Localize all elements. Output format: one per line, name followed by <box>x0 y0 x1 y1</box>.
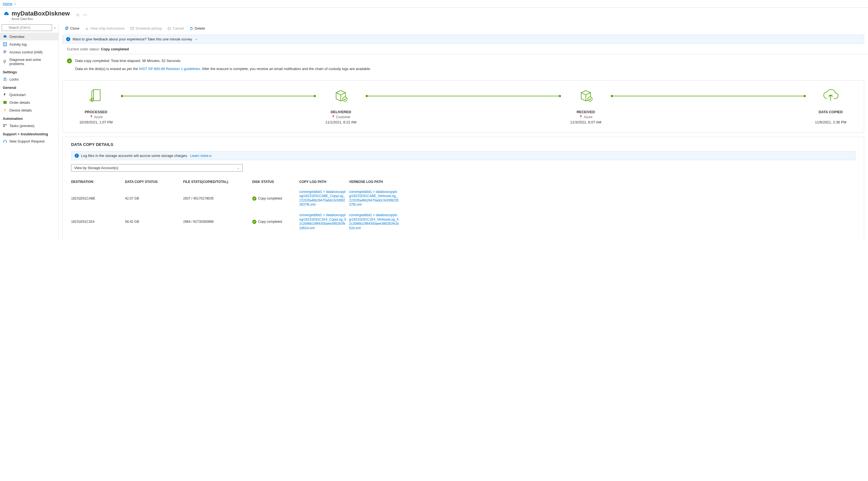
check-circle-icon <box>252 220 256 224</box>
page-title: myDataBoxDisknew <box>11 10 70 17</box>
sidebar-item-label: New Support Request <box>9 139 44 143</box>
sidebar-item-label: Quickstart <box>9 93 26 97</box>
svg-rect-13 <box>3 142 4 143</box>
tasks-icon <box>3 123 7 128</box>
view-by-select[interactable]: View by Storage Account(s) ⌄ <box>71 164 243 172</box>
details-title: DATA COPY DETAILS <box>71 142 856 147</box>
svg-rect-12 <box>3 126 5 127</box>
feedback-banner[interactable]: i Want to give feedback about your exper… <box>63 35 864 44</box>
svg-rect-10 <box>3 124 5 125</box>
banner-text: Want to give feedback about your experie… <box>72 37 192 41</box>
check-circle-icon <box>252 197 256 201</box>
sidebar-item-overview[interactable]: Overview <box>0 33 58 40</box>
button-label: Schedule pickup <box>135 26 162 30</box>
step-date: 11/1/2021, 6:22 AM <box>316 120 366 124</box>
sidebar-item-diagnose[interactable]: Diagnose and solve problems <box>0 56 58 67</box>
svg-rect-9 <box>5 110 5 112</box>
sidebar-item-tasks[interactable]: Tasks (preview) <box>0 122 58 129</box>
svg-point-4 <box>4 51 5 52</box>
svg-point-27 <box>343 97 347 101</box>
favorite-button[interactable]: ☆ <box>75 11 80 18</box>
data-copy-details: DATA COPY DETAILS i Log files in the sto… <box>63 137 864 239</box>
cell-destination: 18231E91CABE <box>71 197 125 200</box>
databox-icon <box>3 34 7 39</box>
people-icon <box>3 50 7 54</box>
status-value: Copy completed <box>101 47 129 51</box>
disk-status-text: Copy completed <box>258 197 282 200</box>
col-header-copylog: COPY LOG PATH <box>299 180 349 184</box>
step-title: RECEIVED <box>561 110 611 114</box>
col-header-status: DATA COPY STATUS <box>125 180 183 184</box>
col-header-destination: DESTINATION <box>71 180 125 184</box>
button-label: Delete <box>195 26 205 30</box>
sidebar-item-label: Tasks (preview) <box>9 124 34 128</box>
step-title: DATA COPIED <box>806 110 856 114</box>
button-label: Clone <box>70 26 80 30</box>
toolbar: Clone View ship instructions Schedule pi… <box>59 23 868 33</box>
timeline-step-delivered: DELIVERED 📍Customer 11/1/2021, 6:22 AM <box>316 87 366 124</box>
sidebar-heading-automation: Automation <box>0 114 58 122</box>
sidebar-heading-general: General <box>0 83 58 91</box>
order-status: Current order status: Copy completed <box>59 44 868 54</box>
pin-icon: 📍 <box>89 115 93 119</box>
svg-point-26 <box>90 99 92 101</box>
pin-icon: 📍 <box>331 115 335 119</box>
lock-icon <box>3 77 7 81</box>
svg-rect-14 <box>6 142 7 143</box>
activity-log-icon <box>3 42 7 47</box>
support-icon <box>3 139 7 143</box>
cancel-button: Cancel <box>165 25 186 32</box>
chevron-right-icon: › <box>14 2 16 6</box>
collapse-sidebar-button[interactable]: « <box>53 26 57 29</box>
svg-point-5 <box>5 51 6 52</box>
copy-log-link[interactable]: convergeddbd1 > databoxcopylog/18231E91C… <box>299 213 346 230</box>
cell-copystatus: 58.42 GB <box>125 220 183 223</box>
verbose-log-link[interactable]: convergeddbd1 > databoxcopylog/18231E91C… <box>349 213 399 230</box>
step-title: DELIVERED <box>316 110 366 114</box>
device-icon <box>3 108 7 112</box>
sidebar-item-devicedetails[interactable]: Device details <box>0 106 58 114</box>
status-label: Current order status: <box>67 47 101 51</box>
timeline-step-processed: PROCESSED 📍Azure 10/26/2021, 1:07 PM <box>71 87 121 124</box>
col-header-diskstatus: DISK STATUS <box>252 180 299 184</box>
sidebar-item-quickstart[interactable]: Quickstart <box>0 91 58 98</box>
sidebar-item-label: Device details <box>9 108 32 112</box>
clone-button[interactable]: Clone <box>63 25 82 32</box>
page-header: myDataBoxDisknew Azure Data Box ☆ ⋯ <box>0 8 868 23</box>
verbose-log-link[interactable]: convergeddbd1 > databoxcopylog/18231E91C… <box>349 190 399 207</box>
svg-rect-6 <box>4 79 6 81</box>
cloud-upload-icon <box>806 87 856 104</box>
info-icon: i <box>66 37 70 41</box>
order-icon <box>3 100 7 104</box>
sidebar-item-orderdetails[interactable]: Order details <box>0 98 58 106</box>
sidebar-item-iam[interactable]: Access control (IAM) <box>0 48 58 56</box>
pin-icon: 📍 <box>579 115 583 119</box>
sidebar-item-newsupport[interactable]: New Support Request <box>0 137 58 145</box>
cell-filestats: 2864 / 62730300988 <box>183 220 252 223</box>
learn-more-link[interactable]: Learn more⧉ <box>190 154 211 158</box>
arrow-right-icon: → <box>194 37 198 41</box>
view-ship-button: View ship instructions <box>83 25 127 32</box>
cell-copystatus: 42.07 GB <box>125 197 183 200</box>
cell-diskstatus: Copy completed <box>252 219 299 224</box>
select-value: View by Storage Account(s) <box>74 166 118 170</box>
copy-log-link[interactable]: convergeddbd1 > databoxcopylog/18231E91C… <box>299 190 346 207</box>
timeline-step-copied: DATA COPIED 11/6/2021, 2:36 PM <box>806 87 856 124</box>
copy-details-table: DESTINATION DATA COPY STATUS FILE STATS(… <box>71 178 856 233</box>
copy-msg-text-b: . After the erasure is complete, you rec… <box>200 67 371 71</box>
breadcrumb-home[interactable]: Home <box>3 2 12 6</box>
sidebar-item-label: Access control (IAM) <box>9 50 42 54</box>
step-title: PROCESSED <box>71 110 121 114</box>
sidebar-item-activity[interactable]: Activity log <box>0 40 58 48</box>
nist-link[interactable]: NIST SP 800-88 Revision 1 guidelines <box>139 67 200 71</box>
diagnose-icon <box>3 60 7 64</box>
chevron-down-icon: ⌄ <box>237 166 240 170</box>
cell-diskstatus: Copy completed <box>252 196 299 201</box>
sidebar-heading-support: Support + troubleshooting <box>0 129 58 137</box>
delete-button[interactable]: Delete <box>187 25 208 32</box>
box-check-icon <box>561 87 611 104</box>
sidebar-item-locks[interactable]: Locks <box>0 75 58 83</box>
sidebar-item-label: Activity log <box>9 42 27 47</box>
search-input[interactable] <box>2 24 52 31</box>
more-button[interactable]: ⋯ <box>83 11 88 18</box>
